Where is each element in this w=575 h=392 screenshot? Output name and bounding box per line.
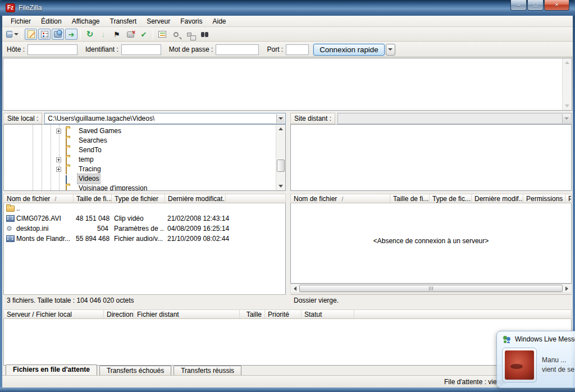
menu-edition[interactable]: Édition xyxy=(36,16,67,26)
tree-item-label: Saved Games xyxy=(77,126,122,136)
cancel-operation-button[interactable] xyxy=(111,29,123,40)
directory-comparison-icon xyxy=(158,31,166,38)
menu-serveur[interactable]: Serveur xyxy=(142,16,175,26)
tree-item-sendto[interactable]: SendTo xyxy=(4,145,275,155)
message-log-icon xyxy=(28,30,35,38)
remote-tree-icon xyxy=(54,31,62,38)
toggle-queue-button[interactable] xyxy=(65,29,77,40)
column-header-type[interactable]: Type de fic... xyxy=(430,194,472,203)
tree-item-videos[interactable]: Videos xyxy=(4,174,275,184)
remote-list-header: Nom de fichier/ Taille de fi... Type de … xyxy=(290,194,572,203)
scroll-thumb[interactable] xyxy=(277,159,285,172)
synchronized-browsing-button[interactable] xyxy=(183,29,195,40)
tab-successful-transfers[interactable]: Transferts réussis xyxy=(174,366,241,376)
maximize-button[interactable]: □ xyxy=(527,0,544,11)
file-row-cimg0726[interactable]: CIMG0726.AVI 48 151 048 Clip vidéo 21/02… xyxy=(4,213,285,224)
column-header-size[interactable]: Taille de fi... xyxy=(74,194,112,203)
folder-icon xyxy=(66,185,67,191)
queue-list xyxy=(3,319,572,366)
remote-path-combobox[interactable] xyxy=(337,113,572,124)
quickconnect-button[interactable]: Connexion rapide xyxy=(313,44,384,56)
local-tree-pane: Saved Games Searches SendTo temp xyxy=(3,124,286,191)
toggle-log-button[interactable] xyxy=(25,29,37,40)
column-header-direction[interactable]: Direction xyxy=(104,310,134,318)
column-header-size[interactable]: Taille de fi... xyxy=(390,194,430,203)
reconnect-button[interactable] xyxy=(138,29,150,40)
menu-fichier[interactable]: Fichier xyxy=(6,16,36,26)
tree-item-tracing[interactable]: Tracing xyxy=(4,165,275,174)
process-queue-button[interactable] xyxy=(97,29,109,40)
title-bar[interactable]: Fz FileZilla – □ × xyxy=(0,0,575,16)
combo-arrow-button[interactable] xyxy=(562,114,571,123)
remote-status-text: Dossier vierge. xyxy=(290,294,572,306)
column-header-permissions[interactable]: Permissions xyxy=(523,194,565,203)
column-header-filler xyxy=(226,194,285,203)
messenger-notification[interactable]: Windows Live Messenger Manu ... vient de… xyxy=(496,331,575,388)
folder-icon xyxy=(66,147,67,156)
local-path-combobox[interactable]: C:\Users\guillaume.lagache\Videos\ xyxy=(44,113,286,124)
remote-horizontal-scrollbar[interactable] xyxy=(290,284,572,293)
tree-scrollbar[interactable] xyxy=(276,125,285,190)
expand-icon[interactable] xyxy=(56,167,61,172)
expand-icon[interactable] xyxy=(56,157,61,162)
minimize-button[interactable]: – xyxy=(510,0,527,11)
file-row-desktop-ini[interactable]: desktop.ini 504 Paramètres de ... 04/08/… xyxy=(4,224,285,234)
column-header-size[interactable]: Taille xyxy=(240,310,265,318)
tree-item-voisinage[interactable]: Voisinage d'impression xyxy=(4,184,275,191)
tree-item-label: Searches xyxy=(77,136,108,145)
column-header-name[interactable]: Nom de fichier/ xyxy=(291,194,390,203)
column-header-remote-file[interactable]: Fichier distant xyxy=(134,310,240,318)
view-filters-button[interactable] xyxy=(170,29,182,40)
disconnect-button[interactable] xyxy=(124,29,136,40)
column-header-owner[interactable]: Pr xyxy=(565,194,571,203)
column-header-status[interactable]: Statut xyxy=(302,310,354,318)
file-type: Clip vidéo xyxy=(111,215,165,222)
find-files-button[interactable] xyxy=(197,29,209,40)
site-manager-button[interactable] xyxy=(6,29,19,40)
combo-arrow-button[interactable] xyxy=(276,114,285,123)
host-input[interactable] xyxy=(28,44,77,55)
file-name: desktop.ini xyxy=(16,225,73,233)
window-title: FileZilla xyxy=(19,4,42,12)
toggle-remote-tree-button[interactable] xyxy=(52,29,64,40)
log-scrollbar[interactable] xyxy=(562,58,572,110)
expand-icon[interactable] xyxy=(56,129,61,134)
video-file-icon xyxy=(6,235,15,242)
scroll-thumb[interactable] xyxy=(299,285,563,292)
menu-transfert[interactable]: Transfert xyxy=(105,16,142,26)
column-header-type[interactable]: Type de fichier xyxy=(112,194,165,203)
menu-favoris[interactable]: Favoris xyxy=(175,16,207,26)
tree-item-searches[interactable]: Searches xyxy=(4,136,275,145)
site-manager-icon xyxy=(6,31,12,38)
column-header-priority[interactable]: Priorité xyxy=(265,310,302,318)
cancel-flag-icon xyxy=(113,30,120,39)
toggle-local-tree-button[interactable] xyxy=(38,29,51,40)
file-row-parent[interactable]: .. xyxy=(4,203,285,213)
local-file-list: .. CIMG0726.AVI 48 151 048 Clip vidéo 21… xyxy=(3,203,286,295)
tab-failed-transfers[interactable]: Transferts échoués xyxy=(99,366,171,376)
port-input[interactable] xyxy=(286,44,309,55)
chevron-down-icon xyxy=(388,48,393,51)
menu-affichage[interactable]: Affichage xyxy=(67,16,105,26)
tree-item-temp[interactable]: temp xyxy=(4,155,275,165)
column-header-server-local-file[interactable]: Serveur / Fichier local xyxy=(4,310,104,318)
file-row-monts-de-flandre[interactable]: Monts de Flandr... 55 894 468 Fichier au… xyxy=(4,234,285,244)
disconnect-icon xyxy=(127,31,134,38)
username-input[interactable] xyxy=(121,44,161,55)
menu-aide[interactable]: Aide xyxy=(208,16,231,26)
file-type: Fichier audio/v... xyxy=(111,235,165,243)
contact-avatar-frame xyxy=(502,348,537,382)
column-header-modified[interactable]: Dernière modificat... xyxy=(165,194,226,203)
contact-avatar[interactable] xyxy=(505,350,534,380)
column-header-modified[interactable]: Dernière modif... xyxy=(472,194,523,203)
tab-queued-files[interactable]: Fichiers en file d'attente xyxy=(6,364,97,376)
tree-item-saved-games[interactable]: Saved Games xyxy=(4,126,275,136)
quickconnect-dropdown-button[interactable] xyxy=(386,44,395,56)
scroll-down-icon xyxy=(279,185,283,188)
password-input[interactable] xyxy=(216,44,259,55)
refresh-button[interactable] xyxy=(84,29,96,40)
directory-comparison-button[interactable] xyxy=(156,29,168,40)
column-header-name[interactable]: Nom de fichier/ xyxy=(4,194,74,203)
close-button[interactable]: × xyxy=(544,0,569,11)
status-bar: File d'attente : vierge xyxy=(2,375,573,388)
